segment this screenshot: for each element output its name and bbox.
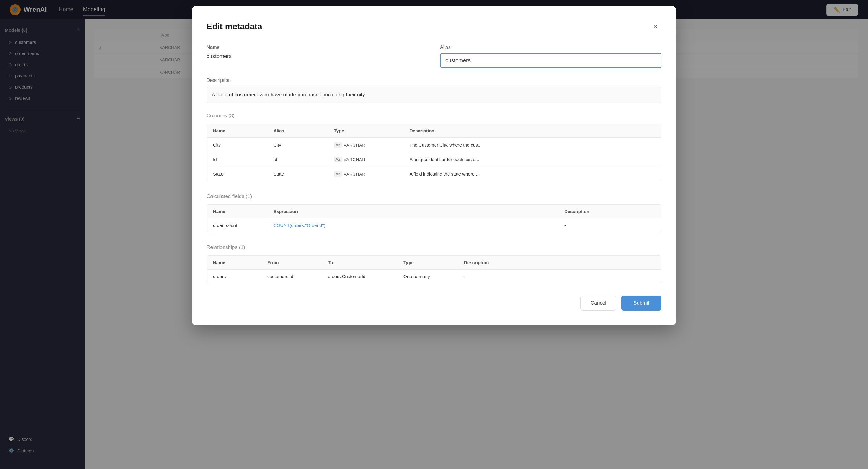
edit-metadata-modal: Edit metadata × Name customers Alias Des…	[192, 6, 676, 325]
rel-type: One-to-many	[403, 274, 464, 279]
type-icon-id: Az	[334, 157, 342, 162]
relationships-section: Relationships (1) Name From To Type Desc…	[207, 244, 661, 283]
submit-button[interactable]: Submit	[621, 296, 661, 311]
columns-section-title: Columns (3)	[207, 113, 661, 119]
col-alias-id: Id	[273, 157, 334, 162]
col-name-city: City	[213, 142, 273, 147]
columns-table-header: Name Alias Type Description	[207, 124, 661, 138]
alias-field-group: Alias	[440, 45, 661, 68]
modal-footer: Cancel Submit	[207, 296, 661, 311]
description-section: Description A table of customers who hav…	[207, 78, 661, 103]
name-label: Name	[207, 45, 428, 50]
description-label: Description	[207, 78, 661, 83]
rel-section-title: Relationships (1)	[207, 244, 661, 250]
col-desc-state: A field indicating the state where ...	[409, 171, 655, 176]
calc-name: order_count	[213, 223, 273, 228]
modal-header: Edit metadata ×	[207, 21, 661, 33]
type-icon-city: Az	[334, 142, 342, 148]
rel-description: -	[464, 274, 655, 279]
calc-description: -	[564, 223, 655, 228]
rel-table-header: Name From To Type Description	[207, 256, 661, 270]
rel-to: orders.CustomerId	[328, 274, 403, 279]
name-field-group: Name customers	[207, 45, 428, 68]
calc-row-order-count: order_count COUNT(orders."OrderId") -	[207, 219, 661, 232]
description-value: A table of customers who have made purch…	[207, 87, 661, 103]
col-type-state: Az VARCHAR	[334, 171, 409, 177]
column-row-id: Id Id Az VARCHAR A unique identifier for…	[207, 152, 661, 167]
rel-header-type: Type	[403, 260, 464, 265]
col-name-state: State	[213, 171, 273, 176]
alias-label: Alias	[440, 45, 661, 50]
rel-header-name: Name	[213, 260, 267, 265]
column-row-state: State State Az VARCHAR A field indicatin…	[207, 167, 661, 181]
rel-row-orders: orders customers.Id orders.CustomerId On…	[207, 270, 661, 283]
rel-header-to: To	[328, 260, 403, 265]
col-alias-city: City	[273, 142, 334, 147]
rel-table: Name From To Type Description orders cus…	[207, 255, 661, 283]
col-type-city: Az VARCHAR	[334, 142, 409, 148]
col-desc-id: A unique identifier for each custo...	[409, 157, 655, 162]
rel-from: customers.Id	[267, 274, 328, 279]
calc-header-name: Name	[213, 209, 273, 214]
rel-name: orders	[213, 274, 267, 279]
col-header-name: Name	[213, 128, 273, 133]
col-header-type: Type	[334, 128, 409, 133]
name-value: customers	[207, 53, 428, 60]
col-desc-city: The Customer City, where the cus...	[409, 142, 655, 147]
calc-expression: COUNT(orders."OrderId")	[273, 223, 564, 228]
alias-input[interactable]	[440, 53, 661, 68]
columns-section: Columns (3) Name Alias Type Description …	[207, 113, 661, 181]
modal-overlay: Edit metadata × Name customers Alias Des…	[0, 0, 868, 469]
calc-header-description: Description	[564, 209, 655, 214]
rel-header-from: From	[267, 260, 328, 265]
modal-close-button[interactable]: ×	[649, 21, 661, 33]
col-header-alias: Alias	[273, 128, 334, 133]
col-header-description: Description	[409, 128, 655, 133]
cancel-button[interactable]: Cancel	[580, 296, 616, 311]
col-type-id: Az VARCHAR	[334, 157, 409, 162]
columns-table: Name Alias Type Description City City Az…	[207, 124, 661, 181]
type-icon-state: Az	[334, 171, 342, 177]
rel-header-description: Description	[464, 260, 655, 265]
col-name-id: Id	[213, 157, 273, 162]
calc-table-header: Name Expression Description	[207, 205, 661, 219]
column-row-city: City City Az VARCHAR The Customer City, …	[207, 138, 661, 152]
calc-table: Name Expression Description order_count …	[207, 204, 661, 232]
col-alias-state: State	[273, 171, 334, 176]
calc-fields-section: Calculated fields (1) Name Expression De…	[207, 193, 661, 232]
calc-section-title: Calculated fields (1)	[207, 193, 661, 199]
modal-title: Edit metadata	[207, 22, 262, 31]
calc-header-expression: Expression	[273, 209, 564, 214]
name-alias-row: Name customers Alias	[207, 45, 661, 68]
